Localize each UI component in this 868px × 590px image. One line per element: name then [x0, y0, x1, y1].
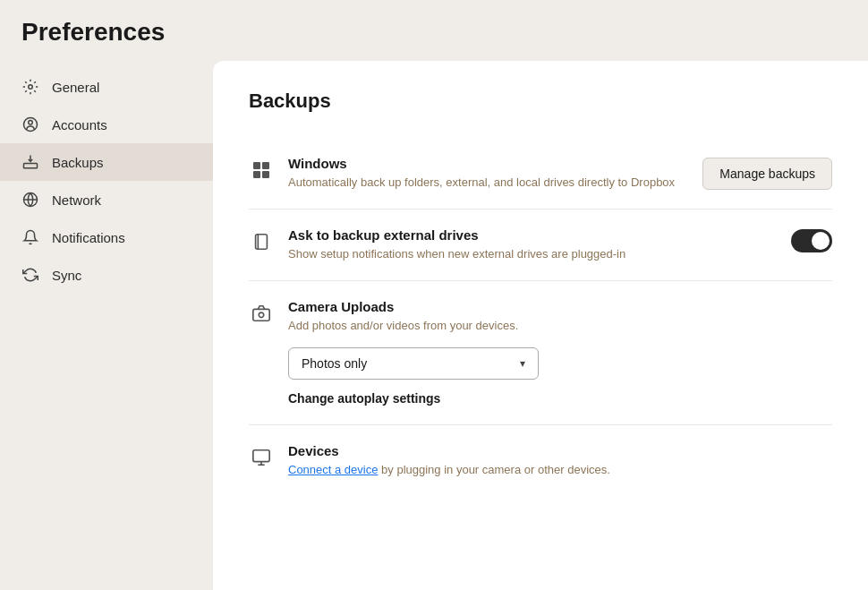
devices-desc-suffix: by plugging in your camera or other devi… [378, 463, 609, 476]
sidebar: General Accounts Backups [0, 61, 213, 590]
svg-point-0 [29, 85, 33, 90]
camera-uploads-row-left: Camera Uploads Add photos and/or videos … [249, 299, 832, 406]
main-content: Backups Windows Automatically back up fo… [213, 61, 868, 590]
svg-rect-3 [24, 164, 38, 168]
change-autoplay-link[interactable]: Change autoplay settings [288, 391, 440, 406]
external-drives-title: Ask to backup external drives [288, 227, 770, 243]
windows-title: Windows [288, 156, 681, 171]
devices-row-left: Devices Connect a device by plugging in … [249, 443, 832, 478]
manage-backups-button[interactable]: Manage backups [702, 158, 832, 190]
windows-row-content: Windows Automatically back up folders, e… [288, 156, 681, 191]
sidebar-item-accounts[interactable]: Accounts [0, 106, 213, 143]
sidebar-item-network-label: Network [52, 192, 101, 208]
ext-drive-icon [249, 229, 274, 254]
devices-desc: Connect a device by plugging in your cam… [288, 462, 736, 478]
svg-rect-10 [253, 449, 269, 461]
person-circle-icon [21, 115, 39, 133]
external-drives-row-left: Ask to backup external drives Show setup… [249, 227, 770, 262]
page-title: Preferences [0, 0, 868, 61]
sidebar-item-sync-label: Sync [52, 268, 81, 283]
monitor-icon [249, 445, 274, 470]
sidebar-item-notifications[interactable]: Notifications [0, 218, 213, 256]
camera-icon [249, 301, 274, 326]
svg-rect-8 [253, 310, 269, 321]
windows-row-left: Windows Automatically back up folders, e… [249, 156, 681, 191]
external-drives-toggle[interactable] [791, 229, 832, 252]
dropdown-value: Photos only [302, 356, 367, 371]
section-title: Backups [249, 90, 832, 113]
sidebar-item-accounts-label: Accounts [52, 117, 107, 133]
external-drives-row: Ask to backup external drives Show setup… [249, 209, 832, 281]
devices-row: Devices Connect a device by plugging in … [249, 425, 832, 496]
sidebar-item-general-label: General [52, 80, 99, 95]
camera-uploads-row: Camera Uploads Add photos and/or videos … [249, 281, 832, 424]
windows-desc: Automatically back up folders, external,… [288, 175, 681, 191]
sidebar-item-backups[interactable]: Backups [0, 143, 213, 181]
chevron-down-icon: ▾ [520, 357, 525, 370]
sync-icon [21, 266, 39, 284]
camera-uploads-title: Camera Uploads [288, 299, 832, 314]
sidebar-item-sync[interactable]: Sync [0, 256, 213, 294]
svg-point-9 [259, 312, 264, 318]
camera-uploads-desc: Add photos and/or videos from your devic… [288, 318, 736, 334]
tray-arrow-icon [21, 153, 39, 171]
globe-icon [21, 191, 39, 209]
svg-rect-5 [256, 235, 268, 250]
svg-point-2 [29, 121, 33, 125]
windows-icon [249, 158, 274, 183]
sidebar-item-network[interactable]: Network [0, 181, 213, 218]
sidebar-item-backups-label: Backups [52, 155, 104, 170]
devices-content: Devices Connect a device by plugging in … [288, 443, 832, 478]
windows-action: Manage backups [702, 158, 832, 190]
gear-icon [21, 78, 39, 96]
toggle-knob [812, 232, 830, 250]
camera-uploads-dropdown-wrapper: Photos only ▾ [288, 347, 832, 380]
camera-uploads-content: Camera Uploads Add photos and/or videos … [288, 299, 832, 406]
camera-uploads-dropdown[interactable]: Photos only ▾ [288, 347, 539, 380]
external-drives-content: Ask to backup external drives Show setup… [288, 227, 770, 262]
bell-icon [21, 228, 39, 246]
windows-row: Windows Automatically back up folders, e… [249, 138, 832, 209]
sidebar-item-notifications-label: Notifications [52, 230, 125, 245]
external-drives-desc: Show setup notifications when new extern… [288, 246, 736, 262]
sidebar-item-general[interactable]: General [0, 68, 213, 106]
connect-device-link[interactable]: Connect a device [288, 463, 378, 476]
devices-title: Devices [288, 443, 832, 458]
external-drives-action [791, 229, 832, 252]
